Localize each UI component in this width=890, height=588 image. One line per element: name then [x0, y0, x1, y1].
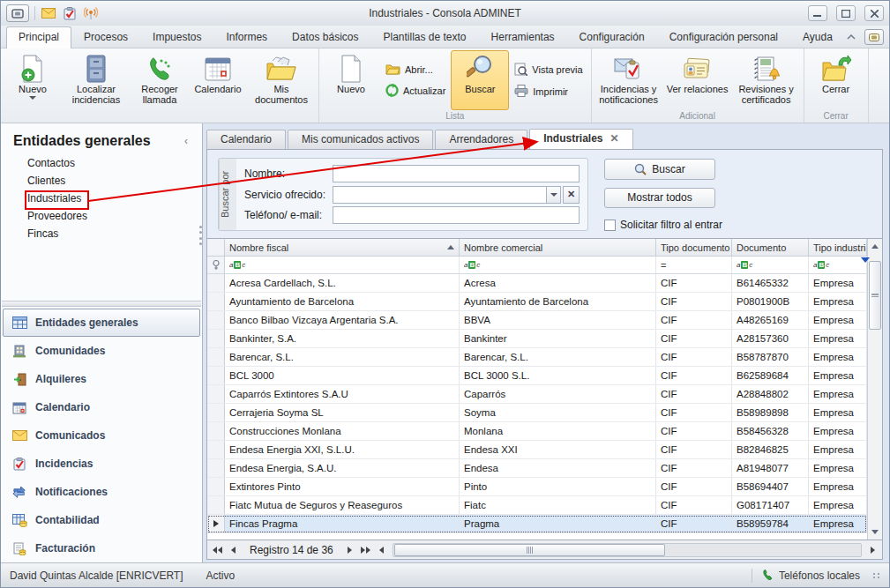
telefono-input[interactable] — [333, 206, 580, 224]
column-header-tipo-documento[interactable]: Tipo documento — [656, 239, 732, 257]
first-record-button[interactable] — [209, 542, 225, 558]
nav-item-facturacion[interactable]: Facturación — [3, 534, 200, 562]
imprimir-button[interactable]: Imprimir — [514, 85, 582, 99]
nuevo-button[interactable]: Nuevo — [4, 50, 62, 110]
localizar-incidencias-button[interactable]: Localizar incidencias — [62, 50, 131, 110]
nav-item-calendario[interactable]: Calendario — [3, 393, 200, 421]
table-row[interactable]: Endesa Energia, S.A.U. Endesa CIF A81948… — [207, 459, 867, 478]
ribbon-tab[interactable]: Ayuda — [790, 26, 845, 48]
help-app-icon[interactable] — [864, 29, 884, 45]
filter-cell[interactable]: = — [656, 257, 732, 273]
nav-item-entidades-generales[interactable]: Entidades generales — [3, 309, 200, 337]
filter-cell[interactable]: aBc — [732, 257, 809, 273]
sidebar-item[interactable]: Clientes — [27, 172, 202, 190]
vertical-scrollbar[interactable] — [867, 239, 882, 540]
table-row[interactable]: Barencar, S.L. Barencar, S.L. CIF B58787… — [207, 348, 867, 367]
table-row[interactable]: Construcciones Monlana Monlana CIF B5845… — [207, 422, 867, 441]
nav-item-comunicados[interactable]: Comunicados — [3, 421, 200, 450]
ribbon-tab[interactable]: Datos básicos — [280, 26, 370, 48]
sidebar-item[interactable]: Industriales — [27, 190, 202, 207]
close-button[interactable] — [864, 5, 884, 21]
document-tab[interactable]: Mis comunicados activos — [288, 130, 433, 149]
revisiones-certificados-button[interactable]: Revisiones y certificados — [732, 50, 801, 110]
table-row[interactable]: Extintores Pinto Pinto CIF B58694407 Emp… — [207, 478, 867, 496]
ribbon-tab[interactable]: Plantillas de texto — [370, 26, 478, 48]
mis-documentos-button[interactable]: Mis documentos — [247, 50, 316, 110]
buscar-button[interactable]: Buscar — [451, 50, 509, 110]
document-tab[interactable]: Arrendadores — [435, 130, 527, 149]
table-row[interactable]: Fiatc Mutua de Seguros y Reaseguros Fiat… — [207, 496, 867, 515]
sidebar-resize-grip[interactable] — [198, 226, 203, 245]
vertical-scroll-thumb[interactable] — [869, 261, 881, 330]
ribbon-tab[interactable]: Herramientas — [479, 26, 567, 48]
nav-item-alquileres[interactable]: Alquileres — [3, 365, 200, 393]
sidebar-collapse-icon[interactable]: ‹ — [179, 135, 193, 147]
mail-icon[interactable] — [41, 5, 56, 21]
servicio-input[interactable] — [333, 186, 546, 204]
table-row[interactable]: Banco Bilbao Vizcaya Argentaria S.A. BBV… — [207, 311, 867, 330]
filter-cell[interactable]: aBc — [460, 257, 656, 273]
sidebar-item[interactable]: Proveedores — [27, 207, 202, 225]
calendario-button[interactable]: Calendario — [189, 50, 247, 110]
lista-nuevo-button[interactable]: Nuevo — [322, 50, 380, 110]
table-row[interactable]: Bankinter, S.A. Bankinter CIF A28157360 … — [207, 330, 867, 348]
column-header-nombre-fiscal[interactable]: Nombre fiscal — [225, 239, 460, 257]
table-row[interactable]: Endesa Energia XXI, S.L.U. Endesa XXI CI… — [207, 441, 867, 459]
nav-item-notificaciones[interactable]: Notificaciones — [3, 478, 200, 506]
buscar-search-button[interactable]: Buscar — [604, 159, 715, 180]
document-tab[interactable]: Calendario — [206, 130, 286, 149]
hscroll-left-icon[interactable] — [374, 542, 390, 558]
sidebar-item[interactable]: Contactos — [27, 154, 202, 172]
table-row[interactable]: Caparrós Extintores S.A.U Caparrós CIF A… — [207, 385, 867, 404]
document-tab[interactable]: Industriales ✕ — [529, 129, 632, 149]
restore-button[interactable] — [836, 5, 856, 21]
ribbon-tab[interactable]: Configuración personal — [657, 26, 790, 48]
table-row[interactable]: Ayuntamiento de Barcelona Ayuntamiento d… — [207, 293, 867, 311]
filter-pin-icon[interactable] — [207, 257, 225, 273]
recoger-llamada-button[interactable]: Recoger llamada — [131, 50, 189, 110]
mostrar-todos-button[interactable]: Mostrar todos — [604, 188, 715, 209]
ribbon-tab[interactable]: Informes — [213, 26, 280, 48]
minimize-button[interactable] — [808, 5, 827, 21]
sidebar-splitter[interactable] — [2, 301, 201, 307]
scroll-down-icon[interactable] — [868, 525, 882, 540]
column-header-documento[interactable]: Documento — [732, 239, 809, 257]
ribbon-tab[interactable]: Impuestos — [140, 26, 213, 48]
collapse-ribbon-icon[interactable] — [845, 31, 857, 43]
app-menu-icon[interactable] — [6, 4, 29, 22]
sidebar-item[interactable]: Fincas — [27, 225, 202, 242]
nav-item-incidencias[interactable]: Incidencias — [3, 450, 200, 478]
abrir-button[interactable]: Abrir... — [385, 63, 445, 77]
horizontal-scroll-thumb[interactable] — [394, 544, 666, 556]
actualizar-button[interactable]: Actualizar — [385, 84, 445, 99]
column-header-tipo-industrial[interactable]: Tipo industrial — [809, 239, 867, 257]
last-record-button[interactable] — [358, 542, 374, 558]
next-record-button[interactable] — [342, 542, 358, 558]
vertical-scroll-track[interactable] — [868, 254, 882, 525]
table-row[interactable]: Fincas Pragma Pragma CIF B58959784 Empre… — [207, 515, 867, 533]
table-row[interactable]: BCL 3000 BCL 3000 S.L. CIF B62589684 Emp… — [207, 367, 867, 385]
nav-item-comunidades[interactable]: Comunidades — [3, 337, 200, 365]
status-phones-label[interactable]: Teléfonos locales — [779, 569, 860, 582]
hscroll-right-icon[interactable] — [864, 542, 880, 558]
nav-item-contabilidad[interactable]: Contabilidad — [3, 506, 200, 534]
incident-clipboard-icon[interactable] — [62, 5, 78, 21]
filter-cell[interactable]: aBc — [225, 257, 460, 273]
ver-relaciones-button[interactable]: Ver relaciones — [663, 50, 732, 110]
table-row[interactable]: Cerrajeria Soyma SL Soyma CIF B58989898 … — [207, 404, 867, 422]
broadcast-icon[interactable] — [83, 5, 99, 21]
ribbon-tab[interactable]: Procesos — [71, 26, 140, 48]
tab-close-icon[interactable]: ✕ — [610, 132, 619, 145]
vista-previa-button[interactable]: Vista previa — [514, 63, 582, 78]
resize-grip-icon[interactable] — [873, 573, 880, 578]
filter-cell[interactable]: aBc — [809, 257, 867, 273]
combo-dropdown-icon[interactable] — [546, 186, 561, 204]
combo-clear-icon[interactable]: ✕ — [563, 186, 580, 204]
cerrar-button[interactable]: Cerrar — [807, 50, 865, 110]
column-header-nombre-comercial[interactable]: Nombre comercial — [460, 239, 656, 257]
ribbon-tab[interactable]: Principal — [6, 26, 71, 48]
prev-record-button[interactable] — [225, 542, 241, 558]
incidencias-notificaciones-button[interactable]: Incidencias y notificaciones — [595, 50, 663, 110]
solicitar-filtro-checkbox[interactable] — [604, 220, 616, 231]
nombre-input[interactable] — [333, 165, 580, 182]
